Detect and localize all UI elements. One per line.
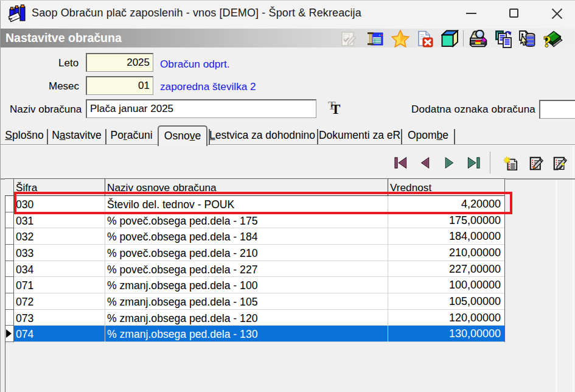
svg-text:?: ? — [543, 33, 551, 49]
